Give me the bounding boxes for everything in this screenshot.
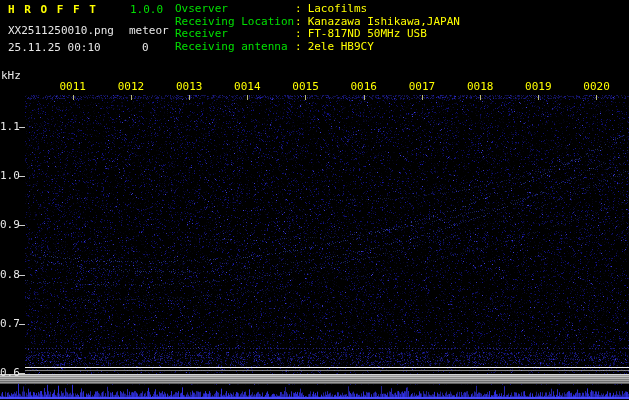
- x-tick-label: 0016: [351, 81, 378, 93]
- y-tick-label: 1.0: [0, 170, 17, 182]
- x-tick-label: 0018: [467, 81, 494, 93]
- y-tick-label: 0.7: [0, 318, 17, 330]
- x-tick-label: 0020: [583, 81, 610, 93]
- info-row-receiver: Receiver:FT-817ND 50MHz USB: [175, 28, 427, 40]
- x-tick-label: 0012: [118, 81, 145, 93]
- info-value: Lacofilms: [308, 2, 368, 15]
- hrofft-window: H R O F F T 1.0.0 XX2511250010.png meteo…: [0, 0, 629, 400]
- info-colon: :: [295, 2, 302, 15]
- meteor-count: 0: [142, 42, 149, 54]
- info-value: 2ele HB9CY: [308, 40, 374, 53]
- info-row-observer: Ovserver:Lacofilms: [175, 3, 367, 15]
- x-tick-label: 0013: [176, 81, 203, 93]
- info-colon: :: [295, 40, 302, 53]
- x-tick-label: 0014: [234, 81, 261, 93]
- info-row-antenna: Receiving antenna:2ele HB9CY: [175, 41, 374, 53]
- info-value: FT-817ND 50MHz USB: [308, 27, 427, 40]
- info-label: Receiving antenna: [175, 41, 295, 53]
- x-tick-label: 0017: [409, 81, 436, 93]
- y-tick-label: 0.8: [0, 269, 17, 281]
- y-tick-label: 0.6: [0, 367, 17, 379]
- output-filename: XX2511250010.png: [8, 25, 114, 37]
- mode-label: meteor: [129, 25, 169, 37]
- x-tick-label: 0019: [525, 81, 552, 93]
- y-tick-label: 0.9: [0, 219, 17, 231]
- timestamp: 25.11.25 00:10: [8, 42, 101, 54]
- app-title: H R O F F T: [8, 4, 97, 16]
- info-colon: :: [295, 27, 302, 40]
- info-label: Ovserver: [175, 3, 295, 15]
- freq-unit-label: kHz: [1, 70, 21, 82]
- app-version: 1.0.0: [130, 4, 163, 16]
- x-tick-label: 0015: [292, 81, 319, 93]
- spectrogram-canvas: [0, 0, 629, 400]
- x-tick-label: 0011: [60, 81, 87, 93]
- y-tick-label: 1.1: [0, 121, 17, 133]
- info-label: Receiver: [175, 28, 295, 40]
